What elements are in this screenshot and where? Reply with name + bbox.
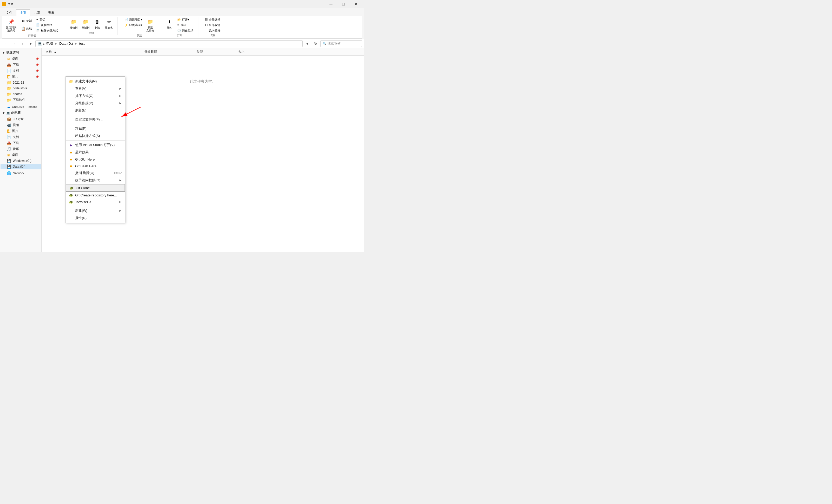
sort-icon <box>69 94 73 98</box>
sidebar-item-2021-12[interactable]: 📁 2021-12 <box>1 80 41 85</box>
ribbon-group-select: ☑ 全部选择 ☐ 全部取消 ↔ 反向选择 选择 <box>204 17 225 37</box>
invert-icon: ↔ <box>205 29 208 32</box>
tab-share[interactable]: 共享 <box>30 9 44 16</box>
sidebar-item-pictures[interactable]: 🖼 图片 📌 <box>1 74 41 80</box>
new-item-button[interactable]: 📄 新建项目▾ <box>123 17 144 22</box>
refresh-ctx-icon <box>69 108 73 112</box>
move-to-button[interactable]: 📁 移动到 <box>68 17 79 31</box>
minimize-button[interactable]: ─ <box>325 0 337 8</box>
address-path[interactable]: 💻 此电脑 ► Data (D:) ► test <box>35 40 303 47</box>
ribbon: 文件 主页 共享 查看 📌 固定到快速访问 ⧉ 复制 📋 粘贴 <box>0 8 364 39</box>
tab-file[interactable]: 文件 <box>2 9 16 16</box>
select-label: 选择 <box>210 33 215 37</box>
paste-shortcut-icon: 📋 <box>36 29 40 32</box>
title-bar-controls: ─ □ ✕ <box>325 0 362 8</box>
paste-button[interactable]: 📋 粘贴 <box>19 25 33 32</box>
tab-view[interactable]: 查看 <box>44 9 58 16</box>
edit-button[interactable]: ✏ 编辑 <box>176 23 195 28</box>
search-box[interactable]: 🔍 搜索"test" <box>320 40 362 47</box>
recent-locations-button[interactable]: ▼ <box>27 40 34 47</box>
copy-button[interactable]: ⧉ 复制 <box>19 17 33 24</box>
sidebar-item-docs2[interactable]: 📄 文档 <box>1 134 41 140</box>
sidebar-item-desktopc[interactable]: 🖥 桌面 <box>1 152 41 158</box>
sidebar-item-3d[interactable]: 📦 3D 对象 <box>1 116 41 122</box>
sidebar-item-documents[interactable]: 📄 文档 📌 <box>1 68 41 74</box>
refresh-button[interactable]: ↻ <box>312 40 319 47</box>
up-button[interactable]: ↑ <box>19 40 26 47</box>
folder-icon: 🖼 <box>7 75 10 79</box>
ctx-refresh[interactable]: 刷新(E) <box>66 107 125 114</box>
ctx-customize[interactable]: 自定义文件夹(F)... <box>66 116 125 123</box>
deselect-all-button[interactable]: ☐ 全部取消 <box>204 23 222 28</box>
ctx-paste-shortcut[interactable]: 粘贴快捷方式(S) <box>66 132 125 140</box>
ctx-vs[interactable]: ▶ 使用 Visual Studio 打开(V) <box>66 141 125 148</box>
sidebar-item-video[interactable]: 📹 视频 <box>1 122 41 128</box>
ctx-new-folder[interactable]: 📁 新建文件夹(N) <box>66 78 125 85</box>
ctx-group[interactable]: 分组依据(P) ► <box>66 100 125 107</box>
paste-shortcut-ctx-icon <box>69 134 73 138</box>
new-icon <box>69 208 73 213</box>
ctx-new[interactable]: 新建(W) ► <box>66 207 125 214</box>
ctx-display[interactable]: ■ 显示效果 <box>66 148 125 156</box>
sidebar-item-pictures2[interactable]: 🖼 图片 <box>1 128 41 134</box>
sidebar-item-downloads[interactable]: 📥 下载 📌 <box>1 62 41 68</box>
close-button[interactable]: ✕ <box>350 0 362 8</box>
sidebar-item-dl2[interactable]: 📥 下载 <box>1 140 41 146</box>
copy-icon: ⧉ <box>21 18 26 23</box>
sidebar-item-codestore[interactable]: 📁 code store <box>1 85 41 91</box>
sidebar-item-onedrive[interactable]: ☁ OneDrive - Persona <box>1 104 41 110</box>
invert-selection-button[interactable]: ↔ 反向选择 <box>204 28 222 33</box>
forward-button[interactable]: → <box>10 40 18 47</box>
open-label: 打开 <box>177 33 182 37</box>
ctx-properties[interactable]: 属性(R) <box>66 214 125 222</box>
paste-shortcut-button[interactable]: 📋 粘贴快捷方式 <box>34 28 59 33</box>
submenu-arrow: ► <box>119 200 122 204</box>
sidebar-item-music[interactable]: 🎵 音乐 <box>1 146 41 152</box>
select-all-button[interactable]: ☑ 全部选择 <box>204 17 222 22</box>
ctx-grant-access[interactable]: 授予访问权限(G) ► <box>66 177 125 184</box>
rename-button[interactable]: ✏ 重命名 <box>103 17 114 31</box>
folder-icon: 📁 <box>7 86 11 90</box>
cut-icon: ✂ <box>36 18 38 21</box>
ctx-view[interactable]: 查看(V) ► <box>66 85 125 92</box>
sidebar-item-desktop[interactable]: 🖥 桌面 📌 <box>1 56 41 62</box>
move-icon: 📁 <box>70 18 77 25</box>
quick-access-header[interactable]: ▼ 快速访问 <box>0 49 41 56</box>
history-button[interactable]: 🕐 历史记录 <box>176 28 195 33</box>
back-button[interactable]: ← <box>2 40 9 47</box>
open-button[interactable]: 📂 打开▾ <box>176 17 195 22</box>
ctx-undo[interactable]: 撤消 删除(U) Ctrl+Z <box>66 169 125 177</box>
easy-access-button[interactable]: ⚡ 轻松访问▾ <box>123 23 144 28</box>
col-header-size[interactable]: 大小 <box>238 50 269 54</box>
sidebar-item-d-drive[interactable]: 💾 Data (D:) <box>1 164 41 169</box>
ctx-tortoisegit[interactable]: 🐢 TortoiseGit ► <box>66 198 125 205</box>
sidebar-item-photos[interactable]: 📁 photos <box>1 91 41 97</box>
rename-icon: ✏ <box>105 18 112 25</box>
new-folder-button[interactable]: 📁 新建文件夹 <box>145 17 156 33</box>
copy-to-button[interactable]: 📁 复制到 <box>80 17 91 31</box>
properties-button[interactable]: ℹ 属性 <box>164 17 175 31</box>
new-folder-ctx-icon: 📁 <box>69 79 73 83</box>
ctx-git-create[interactable]: 🐢 Git Create repository here... <box>66 192 125 198</box>
ctx-paste[interactable]: 粘贴(P) <box>66 125 125 132</box>
tab-home[interactable]: 主页 <box>16 9 30 16</box>
sidebar-item-c-drive[interactable]: 💾 Windows (C:) <box>1 158 41 164</box>
maximize-button[interactable]: □ <box>337 0 349 8</box>
col-header-modified[interactable]: 修改日期 <box>145 50 197 54</box>
paste-ctx-icon <box>69 127 73 131</box>
col-header-name[interactable]: 名称 ▲ <box>46 50 145 54</box>
ctx-git-bash[interactable]: ■ Git Bash Here <box>66 163 125 169</box>
delete-button[interactable]: 🗑 删除 <box>92 17 102 31</box>
this-pc-header[interactable]: ▼ 💻 此电脑 <box>0 110 41 116</box>
col-header-type[interactable]: 类型 <box>197 50 238 54</box>
ctx-sort[interactable]: 排序方式(O) ► <box>66 92 125 100</box>
ctx-git-gui[interactable]: ■ Git GUI Here <box>66 156 125 163</box>
cut-button[interactable]: ✂ 剪切 <box>34 17 59 22</box>
ctx-git-clone[interactable]: 🐢 Git Clone... <box>66 184 125 192</box>
sidebar-item-dlsoftware[interactable]: 📁 下载软件 <box>1 97 41 103</box>
sidebar-item-network[interactable]: 🌐 Network <box>1 170 41 176</box>
submenu-arrow: ► <box>119 178 122 182</box>
pin-quick-access-button[interactable]: 📌 固定到快速访问 <box>4 17 18 33</box>
copy-path-button[interactable]: 📄 复制路径 <box>34 23 59 28</box>
path-dropdown-button[interactable]: ▼ <box>304 40 311 47</box>
